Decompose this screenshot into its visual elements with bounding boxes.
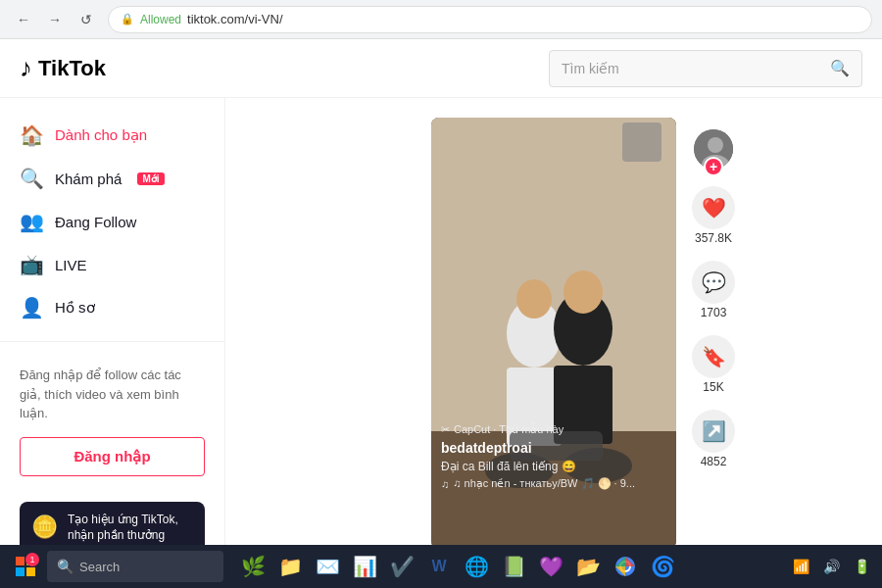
- login-button[interactable]: Đăng nhập: [20, 437, 205, 476]
- video-overlay: ✂ CapCut · Thử mẫu này bedatdeptroai Đại…: [441, 423, 666, 490]
- following-icon: 👥: [20, 210, 43, 233]
- tiktok-app: ♪ TikTok Tìm kiếm 🔍 🏠 Dành cho bạn 🔍 Khá…: [0, 39, 882, 545]
- header: ♪ TikTok Tìm kiếm 🔍: [0, 39, 882, 98]
- taskbar-app-excel[interactable]: 📗: [496, 549, 531, 584]
- tiktok-logo-icon: ♪: [20, 53, 32, 83]
- taskbar-search-icon: 🔍: [57, 559, 74, 574]
- sidebar-item-for-you[interactable]: 🏠 Dành cho bạn: [0, 114, 224, 157]
- comment-count: 1703: [701, 306, 727, 319]
- taskbar-app-files[interactable]: 📂: [570, 549, 606, 584]
- bookmark-count: 15K: [703, 380, 723, 394]
- address-bar[interactable]: 🔒 Allowed tiktok.com/vi-VN/: [108, 6, 872, 33]
- sidebar-item-label: Hồ sơ: [55, 299, 95, 317]
- sidebar-item-explore[interactable]: 🔍 Khám phá Mới: [0, 157, 224, 200]
- creator-avatar[interactable]: +: [692, 127, 735, 171]
- home-icon: 🏠: [20, 123, 43, 147]
- taskbar-app-chrome[interactable]: [608, 549, 643, 584]
- search-input: Tìm kiếm: [562, 61, 822, 76]
- taskbar-search-text: Search: [79, 560, 120, 574]
- taskbar: 1 🔍 Search 🌿 📁 ✉️ 📊 ✔️ W 🌐 📗 💜 📂 🌀 �: [0, 545, 882, 588]
- taskbar-search[interactable]: 🔍 Search: [47, 551, 223, 582]
- video-actions: + ❤️ 357.8K 💬 1703 🔖 15K: [692, 127, 735, 468]
- taskbar-app-browser[interactable]: 🌐: [459, 549, 494, 584]
- effects-text: Tạo hiệu ứng TikTok, nhận phần thưởng: [68, 512, 193, 545]
- sidebar: 🏠 Dành cho bạn 🔍 Khám phá Mới 👥 Đang Fol…: [0, 98, 225, 545]
- sidebar-item-label: Dành cho bạn: [55, 126, 147, 144]
- profile-icon: 👤: [20, 296, 43, 319]
- comment-icon: 💬: [692, 261, 735, 304]
- taskbar-app-edge[interactable]: 🌀: [645, 549, 680, 584]
- logo-text: TikTok: [38, 56, 106, 81]
- taskbar-app-spreadsheet[interactable]: 📊: [347, 549, 382, 584]
- refresh-button[interactable]: ↺: [73, 6, 100, 33]
- live-icon: 📺: [20, 253, 43, 276]
- share-button[interactable]: ↗️ 4852: [692, 410, 735, 468]
- sidebar-item-live[interactable]: 📺 LIVE: [0, 243, 224, 286]
- like-count: 357.8K: [695, 231, 732, 245]
- svg-point-13: [708, 137, 723, 153]
- sidebar-item-profile[interactable]: 👤 Hồ sơ: [0, 286, 224, 329]
- sidebar-nav: 🏠 Dành cho bạn 🔍 Khám phá Mới 👥 Đang Fol…: [0, 114, 224, 329]
- like-icon: ❤️: [692, 186, 735, 229]
- search-bar[interactable]: Tìm kiếm 🔍: [549, 50, 862, 87]
- coin-icon: 🪙: [31, 514, 58, 540]
- video-caption: Đại ca Bill đã lên tiếng 😄: [441, 460, 666, 473]
- explore-icon: 🔍: [20, 167, 43, 190]
- new-badge: Mới: [137, 172, 164, 185]
- svg-rect-15: [16, 557, 24, 565]
- bookmark-button[interactable]: 🔖 15K: [692, 335, 735, 394]
- share-icon: ↗️: [692, 410, 735, 453]
- lock-icon: 🔒: [121, 13, 134, 25]
- chrome-icon: [614, 556, 636, 577]
- volume-icon[interactable]: 🔊: [819, 555, 844, 578]
- svg-rect-18: [26, 567, 35, 576]
- taskbar-app-nature[interactable]: 🌿: [235, 549, 270, 584]
- browser-chrome: ← → ↺ 🔒 Allowed tiktok.com/vi-VN/: [0, 0, 882, 39]
- taskbar-app-teams[interactable]: 💜: [533, 549, 568, 584]
- sidebar-item-label: Khám phá: [55, 171, 122, 187]
- url-text: tiktok.com/vi-VN/: [187, 12, 283, 26]
- video-music: ♫ ♫ nhạc nền - тнкатьу/BW 🎵 🌕 · 9...: [441, 477, 666, 490]
- main-content: 🏠 Dành cho bạn 🔍 Khám phá Mới 👥 Đang Fol…: [0, 98, 882, 545]
- share-count: 4852: [701, 455, 727, 468]
- taskbar-app-folder[interactable]: 📁: [272, 549, 308, 584]
- nav-buttons: ← → ↺: [10, 6, 100, 33]
- svg-rect-17: [16, 567, 24, 576]
- capcut-label: ✂ CapCut · Thử mẫu này: [441, 423, 666, 436]
- login-hint-text: Đăng nhập để follow các tác giả, thích v…: [20, 366, 205, 423]
- logo[interactable]: ♪ TikTok: [20, 53, 106, 83]
- start-button[interactable]: 1: [8, 549, 43, 584]
- svg-point-6: [564, 270, 603, 314]
- sidebar-divider: [0, 341, 224, 342]
- wifi-icon[interactable]: 📶: [789, 555, 813, 578]
- login-section: Đăng nhập để follow các tác giả, thích v…: [0, 354, 224, 488]
- video-card: ✂ CapCut · Thử mẫu này bedatdeptroai Đại…: [431, 118, 676, 545]
- back-button[interactable]: ←: [10, 6, 37, 33]
- forward-button[interactable]: →: [41, 6, 69, 33]
- bookmark-icon: 🔖: [692, 335, 735, 378]
- svg-rect-11: [622, 122, 662, 162]
- video-feed: ✂ CapCut · Thử mẫu này bedatdeptroai Đại…: [225, 98, 882, 545]
- taskbar-apps: 🌿 📁 ✉️ 📊 ✔️ W 🌐 📗 💜 📂 🌀: [235, 549, 680, 584]
- taskbar-app-word[interactable]: W: [421, 549, 457, 584]
- video-thumbnail[interactable]: ✂ CapCut · Thử mẫu này bedatdeptroai Đại…: [431, 118, 676, 545]
- battery-icon[interactable]: 🔋: [850, 555, 874, 578]
- allowed-text: Allowed: [140, 13, 181, 26]
- notification-badge: 1: [25, 553, 39, 566]
- taskbar-right: 📶 🔊 🔋: [789, 555, 874, 578]
- sidebar-item-label: Đang Follow: [55, 214, 136, 230]
- effects-banner[interactable]: 🪙 Tạo hiệu ứng TikTok, nhận phần thưởng: [20, 502, 205, 546]
- video-username[interactable]: bedatdeptroai: [441, 440, 666, 456]
- sidebar-item-following[interactable]: 👥 Đang Follow: [0, 200, 224, 243]
- follow-plus-button[interactable]: +: [704, 157, 723, 176]
- search-icon[interactable]: 🔍: [830, 59, 850, 77]
- taskbar-app-mail[interactable]: ✉️: [310, 549, 345, 584]
- sidebar-item-label: LIVE: [55, 257, 87, 273]
- comment-button[interactable]: 💬 1703: [692, 261, 735, 319]
- svg-point-3: [516, 279, 552, 318]
- taskbar-app-tasks[interactable]: ✔️: [384, 549, 419, 584]
- like-button[interactable]: ❤️ 357.8K: [692, 186, 735, 245]
